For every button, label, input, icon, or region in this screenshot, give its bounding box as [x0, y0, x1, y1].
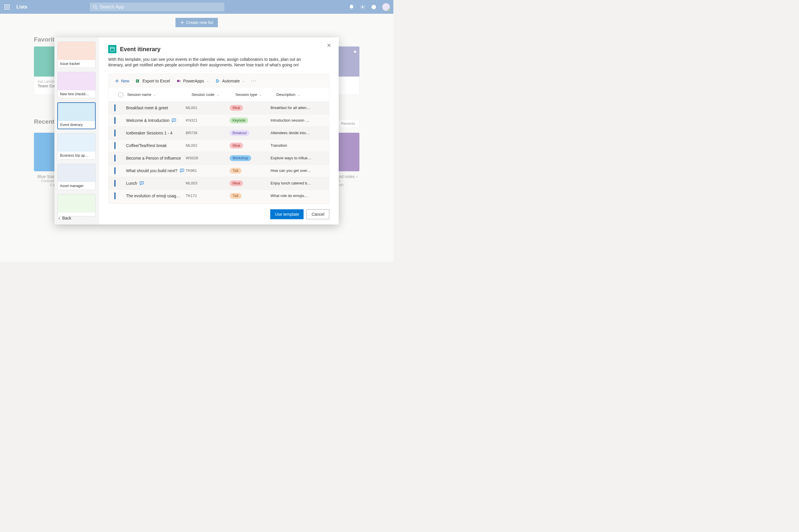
row-accent	[114, 180, 115, 187]
chat-icon	[172, 118, 176, 122]
session-name: Lunch	[126, 181, 137, 186]
template-card[interactable]: Business trip ap…	[57, 133, 96, 159]
template-preview-list: New Export to Excel PowerApps ⌄ Automate…	[108, 74, 329, 204]
session-code: TK961	[186, 168, 229, 173]
session-description: What role do emojis…	[271, 193, 323, 198]
session-name: Become a Person of Influence	[126, 156, 181, 160]
svg-rect-16	[140, 182, 144, 184]
table-row[interactable]: Become a Person of Influence WS026 Works…	[109, 152, 329, 164]
session-type-pill: Meal	[229, 105, 243, 111]
svg-rect-10	[172, 119, 176, 121]
session-name: Welcome & Introduction	[126, 118, 169, 123]
row-accent	[114, 117, 115, 124]
session-code: WS026	[186, 156, 229, 160]
column-headers: Session name⌄ Session code⌄ Session type…	[109, 88, 329, 101]
session-name: Coffee/Tea/Rest break	[126, 143, 167, 148]
template-card[interactable]: Issue tracker	[57, 41, 96, 68]
column-session-type[interactable]: Session type⌄	[236, 92, 276, 97]
session-code: ML002	[186, 143, 229, 148]
table-row[interactable]: The evolution of emoji usag… TK172 Talk …	[109, 189, 329, 202]
session-type-pill: Talk	[229, 168, 242, 174]
plus-icon	[115, 79, 119, 83]
session-code: ML001	[186, 106, 229, 110]
table-row[interactable]: Welcome & Introduction KN321 Keynote Int…	[109, 114, 329, 127]
session-description: Breakfast for all atten…	[271, 106, 323, 110]
cancel-button[interactable]: Cancel	[306, 209, 329, 219]
automate-button[interactable]: Automate ⌄	[216, 79, 245, 83]
session-description: How can you get over…	[271, 168, 323, 173]
powerapps-icon	[176, 79, 181, 83]
template-dialog: Issue trackerNew hire checkli…Event itin…	[54, 37, 339, 225]
template-label: Issue tracker	[58, 60, 95, 68]
more-actions-button[interactable]: ···	[251, 78, 257, 83]
session-code: ML003	[186, 181, 229, 185]
session-name: The evolution of emoji usag…	[126, 193, 180, 198]
chat-icon	[180, 169, 185, 173]
table-row[interactable]: Lunch ML003 Meal Enjoy lunch catered b…	[109, 177, 329, 189]
use-template-button[interactable]: Use template	[270, 209, 303, 219]
row-accent	[114, 192, 115, 200]
column-session-code[interactable]: Session code⌄	[191, 92, 236, 97]
session-description: Attendees divide into…	[271, 131, 323, 135]
calendar-icon	[108, 45, 116, 53]
template-card[interactable]: Event itinerary	[57, 102, 96, 129]
session-code: BR739	[186, 131, 229, 135]
preview-toolbar: New Export to Excel PowerApps ⌄ Automate…	[109, 74, 329, 88]
export-excel-button[interactable]: Export to Excel	[136, 79, 170, 83]
template-card[interactable]: New hire checkli…	[57, 72, 96, 98]
template-label: Event itinerary	[58, 121, 95, 129]
template-label: Business trip ap…	[58, 152, 95, 159]
session-code: TK172	[186, 193, 229, 198]
column-description[interactable]: Description⌄	[276, 92, 323, 97]
template-label: New hire checkli…	[58, 90, 95, 98]
chevron-left-icon: ‹	[58, 216, 60, 221]
template-card[interactable]: Asset manager	[57, 164, 96, 190]
chat-icon	[140, 181, 144, 185]
session-description: Introduction session …	[271, 118, 323, 122]
dialog-title: Event itinerary	[120, 46, 161, 53]
column-session-name[interactable]: Session name⌄	[127, 92, 191, 97]
excel-icon	[136, 79, 141, 83]
table-row[interactable]: Coffee/Tea/Rest break ML002 Meal Transit…	[109, 139, 329, 152]
template-label: Asset manager	[58, 182, 95, 190]
table-row[interactable]: Breakfast meet & greet ML001 Meal Breakf…	[109, 101, 329, 114]
row-accent	[114, 104, 115, 111]
session-code: KN321	[186, 118, 229, 122]
new-item-button[interactable]: New	[115, 79, 129, 83]
svg-rect-13	[180, 169, 184, 172]
automate-icon	[216, 79, 220, 83]
session-name: Breakfast meet & greet	[126, 106, 168, 110]
session-description: Enjoy lunch catered b…	[271, 181, 323, 185]
session-type-pill: Keynote	[229, 117, 248, 124]
chevron-down-icon: ⌄	[207, 79, 209, 82]
session-type-pill: Talk	[229, 193, 242, 199]
table-row[interactable]: What should you build next? TK961 Talk H…	[109, 164, 329, 177]
session-name: Icebreaker Sessions 1 - 4	[126, 131, 172, 135]
row-accent	[114, 167, 115, 174]
row-accent	[114, 130, 115, 136]
powerapps-button[interactable]: PowerApps ⌄	[176, 79, 209, 83]
session-name: What should you build next?	[126, 168, 178, 173]
session-description: Explore ways to influe…	[271, 156, 323, 160]
session-description: Transition	[271, 143, 323, 148]
svg-rect-5	[110, 48, 114, 51]
back-button[interactable]: ‹ Back	[58, 216, 71, 221]
template-card[interactable]	[57, 194, 96, 216]
row-accent	[114, 155, 115, 162]
session-type-pill: Meal	[229, 142, 243, 149]
template-list-sidebar: Issue trackerNew hire checkli…Event itin…	[54, 37, 99, 225]
dialog-description: With this template, you can see your eve…	[108, 57, 313, 68]
session-type-pill: Meal	[229, 180, 243, 186]
close-icon	[327, 43, 331, 48]
chevron-down-icon: ⌄	[242, 79, 245, 82]
close-button[interactable]	[327, 43, 331, 48]
session-type-pill: Breakout	[229, 130, 249, 136]
session-type-pill: Workshop	[229, 155, 251, 161]
select-all-checkbox[interactable]	[118, 92, 124, 97]
row-accent	[114, 142, 115, 149]
table-row[interactable]: Icebreaker Sessions 1 - 4 BR739 Breakout…	[109, 127, 329, 139]
